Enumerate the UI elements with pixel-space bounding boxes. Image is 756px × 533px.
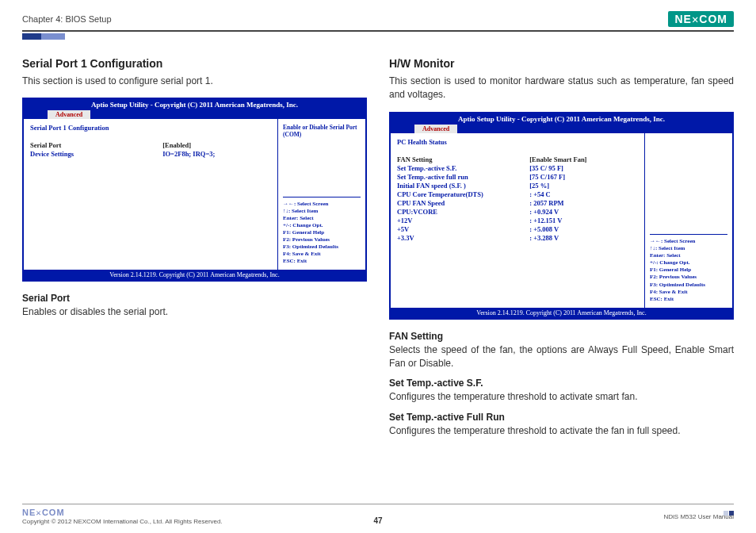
bios-help-line: +/-: Change Opt. xyxy=(650,259,727,266)
left-column: Serial Port 1 Configuration This section… xyxy=(22,57,367,438)
bios-side-panel: Enable or Disable Serial Port (COM) →←: … xyxy=(278,119,365,270)
company-logo: NE✕COM xyxy=(668,11,734,27)
bios-help-line: ↑↓: Select Item xyxy=(283,208,361,215)
bios-heading: PC Health Status xyxy=(397,138,638,146)
bios-setting-row[interactable]: Serial Port[Enabled] xyxy=(30,141,271,149)
bios-window-hwmon: Aptio Setup Utility - Copyright (C) 2011… xyxy=(389,112,734,320)
subdesc-serial-port: Enables or disables the serial port. xyxy=(22,305,367,319)
bios-setting-row[interactable]: CPU Core Temperature(DTS): +54 C xyxy=(397,190,638,198)
bios-title: Aptio Setup Utility - Copyright (C) 2011… xyxy=(391,113,732,125)
bios-title: Aptio Setup Utility - Copyright (C) 2011… xyxy=(24,99,365,110)
bios-help-keys: →←: Select Screen↑↓: Select ItemEnter: S… xyxy=(650,234,727,303)
bios-hint: Enable or Disable Serial Port (COM) xyxy=(283,124,361,196)
bios-help-line: F2: Previous Values xyxy=(650,274,727,281)
bios-heading: Serial Port 1 Configuration xyxy=(30,124,271,132)
bios-help-line: F3: Optimized Defaults xyxy=(283,243,361,251)
bios-footer: Version 2.14.1219. Copyright (C) 2011 Am… xyxy=(391,308,732,318)
subheading-set-temp-sf: Set Temp.-active S.F. xyxy=(389,378,734,389)
bios-help-line: →←: Select Screen xyxy=(283,201,361,208)
bios-setting-row[interactable]: CPU:VCORE: +0.924 V xyxy=(397,208,638,216)
bios-help-line: →←: Select Screen xyxy=(650,238,727,245)
bios-main-panel: Serial Port 1 Configuration Serial Port[… xyxy=(24,119,278,270)
bios-help-line: F4: Save & Exit xyxy=(650,289,727,296)
subheading-fan-setting: FAN Setting xyxy=(389,331,734,342)
bios-setting-row[interactable]: Device SettingsIO=2F8h; IRQ=3; xyxy=(30,150,271,158)
subdesc-set-temp-sf: Configures the temperature threshold to … xyxy=(389,390,734,404)
bios-help-line: +/-: Change Opt. xyxy=(283,222,361,229)
bios-setting-row[interactable]: Set Temp.-active full run[75 C/167 F] xyxy=(397,173,638,181)
section-desc-serial: This section is used to configure serial… xyxy=(22,75,367,88)
footer-copyright: Copyright © 2012 NEXCOM International Co… xyxy=(22,518,223,525)
section-desc-hwmon: This section is used to monitor hardware… xyxy=(389,75,734,102)
bios-tab-advanced[interactable]: Advanced xyxy=(48,110,90,119)
bios-main-panel: PC Health Status FAN Setting[Enable Smar… xyxy=(391,133,645,308)
subdesc-set-temp-full: Configures the temperature threshold to … xyxy=(389,424,734,438)
subdesc-fan-setting: Selects the speed of the fan, the option… xyxy=(389,343,734,370)
page-number: 47 xyxy=(373,516,382,525)
subheading-serial-port: Serial Port xyxy=(22,293,367,304)
bios-help-line: F2: Previous Values xyxy=(283,236,361,243)
bios-hint xyxy=(650,138,727,234)
footer-logo: NE✕COM xyxy=(22,508,65,517)
header-ribbon xyxy=(22,33,734,40)
bios-setting-row[interactable]: Initial FAN speed (S.F. )[25 %] xyxy=(397,182,638,190)
bios-side-panel: →←: Select Screen↑↓: Select ItemEnter: S… xyxy=(645,133,732,308)
bios-tab-advanced[interactable]: Advanced xyxy=(414,125,457,133)
right-column: H/W Monitor This section is used to moni… xyxy=(389,57,734,438)
chapter-title: Chapter 4: BIOS Setup xyxy=(22,14,112,24)
section-title-hwmon: H/W Monitor xyxy=(389,57,734,70)
bios-help-line: F4: Save & Exit xyxy=(283,251,361,258)
bios-setting-row[interactable]: +3.3V: +3.288 V xyxy=(397,234,638,242)
bios-help-line: Enter: Select xyxy=(650,252,727,259)
bios-help-line: ↑↓: Select Item xyxy=(650,245,727,252)
bios-tabs: Advanced xyxy=(391,125,732,133)
bios-setting-row[interactable]: FAN Setting[Enable Smart Fan] xyxy=(397,155,638,163)
bios-help-line: F1: General Help xyxy=(283,229,361,236)
bios-help-line: Enter: Select xyxy=(283,215,361,222)
bios-footer: Version 2.14.1219. Copyright (C) 2011 Am… xyxy=(24,270,365,280)
footer-manual: NDiS M532 User Manual xyxy=(664,513,734,520)
bios-tabs: Advanced xyxy=(24,110,365,119)
bios-help-line: ESC: Exit xyxy=(283,258,361,265)
section-title-serial: Serial Port 1 Configuration xyxy=(22,57,367,70)
bios-help-line: F3: Optimized Defaults xyxy=(650,282,727,289)
bios-help-line: F1: General Help xyxy=(650,266,727,274)
page-header: Chapter 4: BIOS Setup NE✕COM xyxy=(22,11,734,32)
bios-setting-row[interactable]: CPU FAN Speed: 2057 RPM xyxy=(397,199,638,207)
bios-help-keys: →←: Select Screen↑↓: Select ItemEnter: S… xyxy=(283,197,361,266)
bios-setting-row[interactable]: +12V: +12.151 V xyxy=(397,217,638,224)
bios-setting-row[interactable]: +5V: +5.008 V xyxy=(397,225,638,233)
subheading-set-temp-full: Set Temp.-active Full Run xyxy=(389,412,734,423)
bios-window-serial: Aptio Setup Utility - Copyright (C) 2011… xyxy=(22,98,367,282)
bios-help-line: ESC: Exit xyxy=(650,296,727,303)
bios-setting-row[interactable]: Set Temp.-active S.F.[35 C/ 95 F] xyxy=(397,164,638,172)
